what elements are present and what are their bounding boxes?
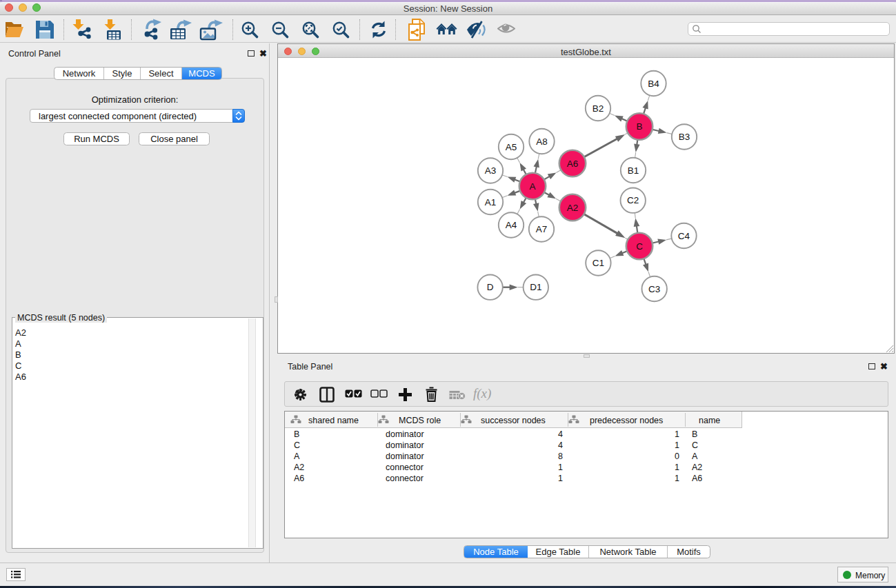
svg-text:C4: C4 xyxy=(678,231,690,241)
svg-text:A4: A4 xyxy=(506,220,517,230)
svg-text:D: D xyxy=(487,282,494,292)
svg-text:B1: B1 xyxy=(628,165,639,176)
svg-text:C: C xyxy=(636,241,643,252)
svg-text:C2: C2 xyxy=(627,195,639,205)
svg-text:A2: A2 xyxy=(567,203,579,213)
svg-text:B4: B4 xyxy=(648,79,659,89)
svg-text:B: B xyxy=(636,121,642,132)
svg-text:A: A xyxy=(529,181,535,192)
svg-text:C1: C1 xyxy=(593,258,604,268)
svg-text:C3: C3 xyxy=(648,284,660,294)
svg-text:A7: A7 xyxy=(536,224,548,234)
svg-text:A5: A5 xyxy=(506,142,517,152)
svg-text:A3: A3 xyxy=(485,165,497,176)
svg-text:B2: B2 xyxy=(593,103,604,114)
svg-text:A6: A6 xyxy=(567,159,579,169)
svg-text:B3: B3 xyxy=(679,132,690,142)
svg-text:D1: D1 xyxy=(530,282,541,292)
svg-text:A8: A8 xyxy=(536,136,548,147)
svg-text:A1: A1 xyxy=(485,197,497,207)
